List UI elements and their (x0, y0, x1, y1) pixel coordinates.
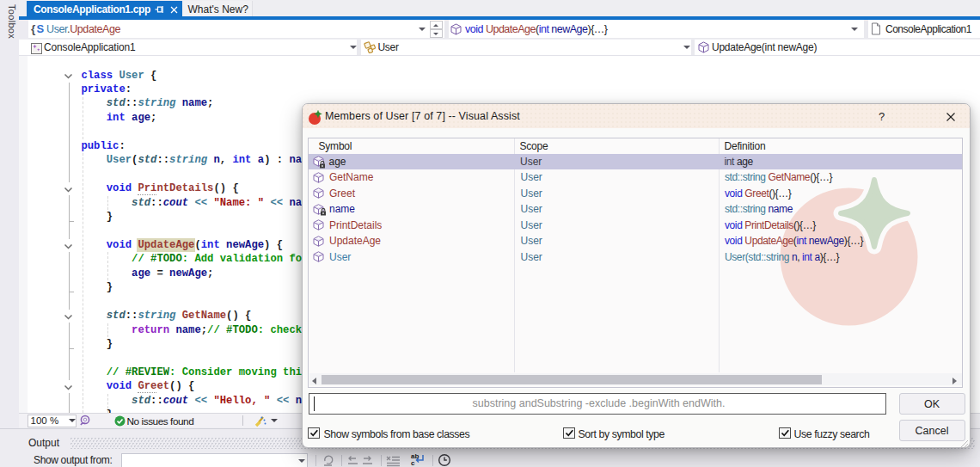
svg-text:c: c (411, 459, 415, 467)
